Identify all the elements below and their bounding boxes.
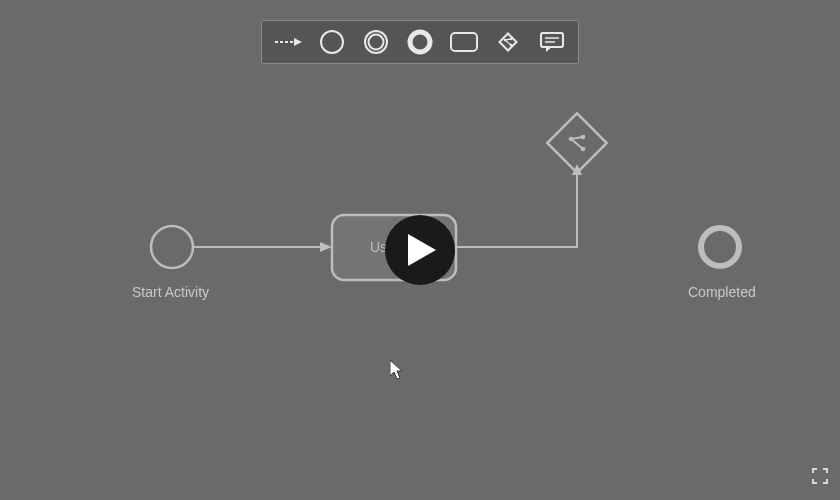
- end-event-node[interactable]: [701, 228, 739, 266]
- play-icon: [408, 234, 436, 266]
- sequence-flow[interactable]: [456, 172, 577, 247]
- svg-line-21: [571, 137, 583, 139]
- arrowhead-icon: [320, 242, 332, 252]
- svg-line-22: [571, 139, 583, 149]
- fullscreen-icon: [812, 468, 828, 484]
- gateway-node[interactable]: [547, 113, 606, 172]
- start-event-node[interactable]: [151, 226, 193, 268]
- svg-marker-23: [408, 234, 436, 266]
- end-event-label: Completed: [688, 284, 756, 300]
- fullscreen-button[interactable]: [812, 468, 828, 488]
- start-event-label: Start Activity: [132, 284, 209, 300]
- play-button[interactable]: [385, 215, 455, 285]
